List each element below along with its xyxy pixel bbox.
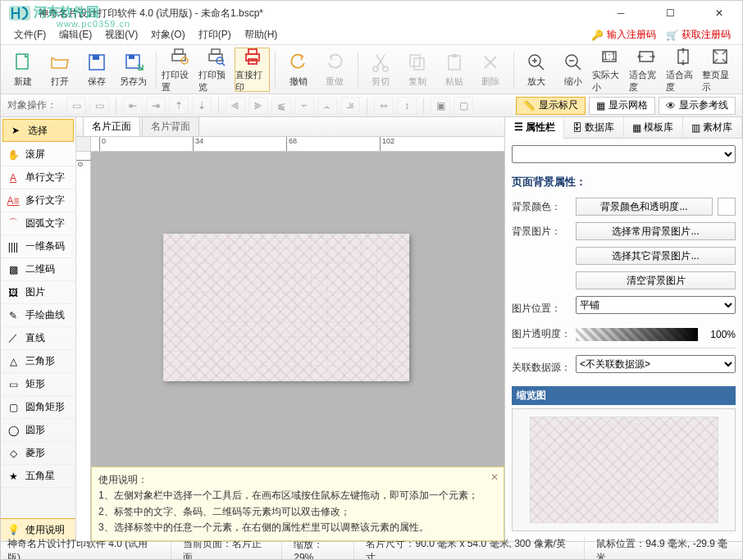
object-toolbar: 对象操作： ▭ ▭ ⇤ ⇥ ⇡ ⇣ ⫷ ⫸ ⫹ ⫟ ⫠ ⫡ ⇿ ↕ ▣ ▢ 📏显… xyxy=(1,94,742,117)
tb-fitheight[interactable]: 适合高度 xyxy=(666,48,701,92)
pen-icon: ✎ xyxy=(6,310,21,321)
hint-line: 3、选择标签中的任意一个元素，在右侧的属性栏里可以调整该元素的属性。 xyxy=(98,520,497,535)
tab-back[interactable]: 名片背面 xyxy=(142,116,199,136)
opacity-label: 图片透明度： xyxy=(512,327,571,341)
tool-qrcode[interactable]: ▩二维码 xyxy=(1,258,75,281)
tool-triangle[interactable]: △三角形 xyxy=(1,350,75,373)
diamond-icon: ◇ xyxy=(6,448,21,459)
tb-zoomin[interactable]: 放大 xyxy=(519,48,554,92)
tool-palette: ➤选择 ✋滚屏 A单行文字 A≡多行文字 ⌒圆弧文字 ||||一维条码 ▩二维码… xyxy=(1,117,76,541)
tool-text-single[interactable]: A单行文字 xyxy=(1,166,75,189)
canvas[interactable]: ✕ 使用说明： 1、左侧对象栏中选择一个工具后，在画布区域按住鼠标左键拖动，即可… xyxy=(91,152,504,541)
ptab-database[interactable]: 🗄数据库 xyxy=(564,117,623,138)
obj-group: ▣ xyxy=(431,97,450,115)
tb-open[interactable]: 打开 xyxy=(43,48,78,92)
svg-rect-5 xyxy=(129,55,134,59)
tool-rect[interactable]: ▭矩形 xyxy=(1,373,75,396)
thumbnail-box xyxy=(512,408,736,531)
guides-icon: 👁 xyxy=(666,100,676,112)
ruler-tick: 0 xyxy=(99,137,106,152)
tool-freehand[interactable]: ✎手绘曲线 xyxy=(1,304,75,327)
tb-fitwidth[interactable]: 适合宽度 xyxy=(629,48,664,92)
tb-undo[interactable]: 撤销 xyxy=(280,48,316,92)
tool-text-multi[interactable]: A≡多行文字 xyxy=(1,189,75,212)
tb-printsetup[interactable]: 打印设置 xyxy=(162,48,197,92)
opacity-slider[interactable] xyxy=(576,328,698,341)
ruler-tick: 68 xyxy=(286,137,297,152)
ptab-properties[interactable]: ☰属性栏 xyxy=(505,117,564,139)
menu-print[interactable]: 打印(P) xyxy=(192,28,238,42)
hint-line: 2、标签中的文字、条码、二维码等元素均可以双击修改； xyxy=(98,504,497,520)
get-regcode-button[interactable]: 🛒获取注册码 xyxy=(661,28,736,42)
tb-saveas[interactable]: 另存为 xyxy=(116,48,151,92)
tb-cut[interactable]: 剪切 xyxy=(363,48,399,92)
qr-icon: ▩ xyxy=(6,264,21,275)
maximize-button[interactable]: ☐ xyxy=(654,1,686,25)
ptab-assets[interactable]: ▥素材库 xyxy=(683,117,742,138)
bulb-icon: 💡 xyxy=(6,524,21,535)
menu-edit[interactable]: 编辑(E) xyxy=(52,28,98,42)
barcode-icon: |||| xyxy=(6,241,21,253)
tool-arc-text[interactable]: ⌒圆弧文字 xyxy=(1,212,75,235)
bgimg-common-button[interactable]: 选择常用背景图片... xyxy=(576,222,736,240)
tb-copy[interactable]: 复制 xyxy=(399,48,435,92)
assets-icon: ▥ xyxy=(691,122,700,134)
status-zoom: 缩放：29% xyxy=(294,538,354,560)
tool-pan[interactable]: ✋滚屏 xyxy=(1,143,75,166)
obj-btn-1: ▭ xyxy=(66,97,86,115)
multitext-icon: A≡ xyxy=(6,195,21,207)
tb-save[interactable]: 保存 xyxy=(80,48,115,92)
window-title: 神奇名片设计打印软件 4.0 (试用版) - 未命名1.bscp* xyxy=(39,7,604,20)
close-button[interactable]: ✕ xyxy=(703,1,736,25)
bgimg-other-button[interactable]: 选择其它背景图片... xyxy=(576,247,736,265)
menu-view[interactable]: 视图(V) xyxy=(98,28,144,42)
tool-diamond[interactable]: ◇菱形 xyxy=(1,442,75,465)
hint-line: 1、左侧对象栏中选择一个工具后，在画布区域按住鼠标左键拖动，即可添加一个元素； xyxy=(98,488,497,503)
ptab-templates[interactable]: ▦模板库 xyxy=(624,117,683,138)
tb-zoomout[interactable]: 缩小 xyxy=(555,48,590,92)
bgcolor-swatch[interactable] xyxy=(718,198,736,216)
tool-barcode[interactable]: ||||一维条码 xyxy=(1,235,75,258)
hint-close-button[interactable]: ✕ xyxy=(490,470,499,485)
arctext-icon: ⌒ xyxy=(6,216,21,230)
hand-icon: ✋ xyxy=(6,149,21,161)
triangle-icon: △ xyxy=(6,356,21,367)
tb-printpreview[interactable]: 打印预览 xyxy=(198,48,234,92)
rect-icon: ▭ xyxy=(6,379,21,390)
obj-ungroup: ▢ xyxy=(454,97,473,115)
tb-delete[interactable]: 删除 xyxy=(473,48,508,92)
tb-printdirect[interactable]: 直接打印 xyxy=(235,48,270,92)
bgcolor-button[interactable]: 背景颜色和透明度... xyxy=(576,198,713,216)
property-tabs: ☰属性栏 🗄数据库 ▦模板库 ▥素材库 xyxy=(505,117,742,139)
svg-rect-19 xyxy=(449,56,460,70)
minimize-button[interactable]: ─ xyxy=(604,1,637,25)
tb-fitpage[interactable]: 整页显示 xyxy=(702,48,737,92)
tool-image[interactable]: 🖼图片 xyxy=(1,281,75,304)
database-icon: 🗄 xyxy=(572,122,582,134)
imgpos-select[interactable]: 平铺 xyxy=(576,296,736,314)
card-page[interactable] xyxy=(163,234,409,381)
tool-roundrect[interactable]: ▢圆角矩形 xyxy=(1,396,75,419)
menu-file[interactable]: 文件(F) xyxy=(7,28,52,42)
toggle-guides[interactable]: 👁显示参考线 xyxy=(659,97,736,115)
app-logo-icon xyxy=(7,4,32,22)
object-selector[interactable] xyxy=(512,145,736,163)
toggle-grid[interactable]: ▦显示网格 xyxy=(589,97,655,115)
menu-object[interactable]: 对象(O) xyxy=(144,28,191,42)
tool-star[interactable]: ★五角星 xyxy=(1,465,75,488)
datasrc-select[interactable]: <不关联数据源> xyxy=(576,355,736,373)
tb-actualsize[interactable]: 1:1实际大小 xyxy=(592,48,627,92)
tool-line[interactable]: ／直线 xyxy=(1,327,75,350)
tb-paste[interactable]: 粘贴 xyxy=(436,48,472,92)
tb-redo[interactable]: 重做 xyxy=(317,48,353,92)
enter-regcode-button[interactable]: 🔑输入注册码 xyxy=(586,28,661,42)
menu-help[interactable]: 帮助(H) xyxy=(238,28,285,42)
bgimg-clear-button[interactable]: 清空背景图片 xyxy=(576,271,736,289)
tab-front[interactable]: 名片正面 xyxy=(83,116,140,136)
tool-select[interactable]: ➤选择 xyxy=(2,119,74,142)
tool-ellipse[interactable]: ◯圆形 xyxy=(1,419,75,442)
tb-new[interactable]: 新建 xyxy=(6,48,41,92)
datasrc-label: 关联数据源： xyxy=(512,361,571,375)
key-icon: 🔑 xyxy=(591,30,604,41)
toggle-ruler[interactable]: 📏显示标尺 xyxy=(516,97,586,115)
